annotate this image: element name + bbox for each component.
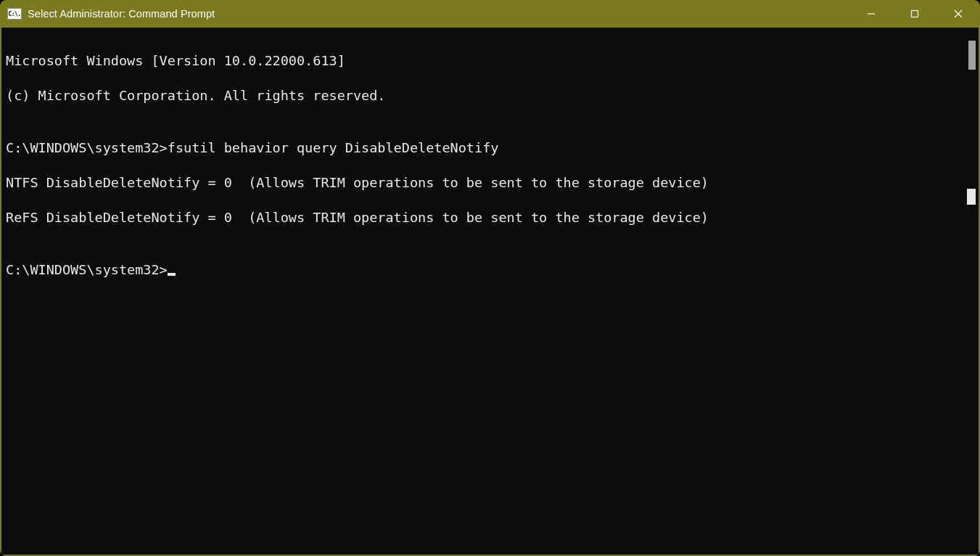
minimize-button[interactable] <box>849 0 893 28</box>
terminal-line: NTFS DisableDeleteNotify = 0 (Allows TRI… <box>6 174 961 192</box>
terminal-line: Microsoft Windows [Version 10.0.22000.61… <box>6 52 961 70</box>
cmd-icon: C:\. <box>7 8 22 20</box>
maximize-icon <box>910 9 919 18</box>
terminal-prompt-line: C:\WINDOWS\system32> <box>6 261 961 279</box>
title-bar-left: C:\. Select Administrator: Command Promp… <box>0 8 849 20</box>
terminal-line: C:\WINDOWS\system32>fsutil behavior quer… <box>6 139 961 157</box>
selection-block <box>967 189 976 205</box>
command-prompt-window: C:\. Select Administrator: Command Promp… <box>0 0 980 556</box>
window-controls <box>849 0 980 28</box>
close-button[interactable] <box>936 0 980 28</box>
svg-rect-1 <box>912 11 918 17</box>
cursor-block <box>168 273 176 276</box>
terminal-output[interactable]: Microsoft Windows [Version 10.0.22000.61… <box>1 28 963 555</box>
terminal-area[interactable]: Microsoft Windows [Version 10.0.22000.61… <box>0 28 980 556</box>
window-title: Select Administrator: Command Prompt <box>28 8 215 20</box>
close-icon <box>954 9 963 18</box>
minimize-icon <box>867 9 876 18</box>
scroll-thumb[interactable] <box>968 41 976 70</box>
cmd-icon-text: C:\. <box>8 11 20 17</box>
terminal-line: (c) Microsoft Corporation. All rights re… <box>6 87 961 105</box>
terminal-line: ReFS DisableDeleteNotify = 0 (Allows TRI… <box>6 209 961 226</box>
terminal-prompt: C:\WINDOWS\system32> <box>6 262 168 277</box>
title-bar[interactable]: C:\. Select Administrator: Command Promp… <box>0 0 980 28</box>
scrollbar[interactable] <box>964 28 979 555</box>
maximize-button[interactable] <box>893 0 936 28</box>
